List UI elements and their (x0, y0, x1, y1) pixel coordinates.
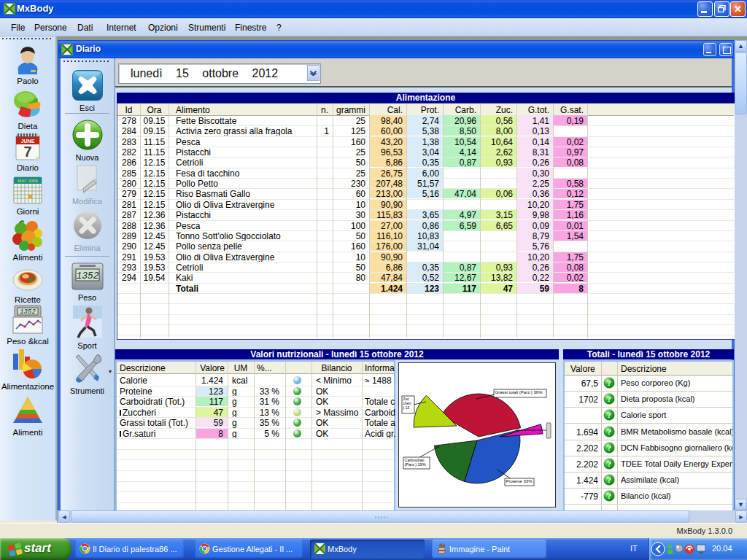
svg-text:?: ? (607, 378, 611, 387)
svg-text:?: ? (607, 443, 611, 452)
svg-text:7: 7 (23, 144, 31, 160)
svg-text:?: ? (607, 427, 611, 436)
svg-text:) 13: ) 13 (403, 405, 410, 410)
svg-text:1352: 1352 (20, 308, 36, 316)
svg-text:(Parz.) 19%: (Parz.) 19% (405, 462, 426, 467)
svg-text:?: ? (607, 459, 611, 468)
svg-text:?: ? (607, 475, 611, 484)
svg-text:?: ? (607, 411, 611, 419)
svg-text:?: ? (607, 394, 611, 403)
svg-text:1352: 1352 (76, 271, 98, 281)
svg-text:Proteine 33%: Proteine 33% (506, 479, 533, 483)
svg-text:?: ? (607, 491, 611, 500)
svg-text:JUNE: JUNE (21, 139, 35, 144)
svg-text:Grassi totali (Parz.) 36%: Grassi totali (Parz.) 36% (495, 390, 543, 394)
svg-text:MAY 2006: MAY 2006 (18, 179, 38, 183)
